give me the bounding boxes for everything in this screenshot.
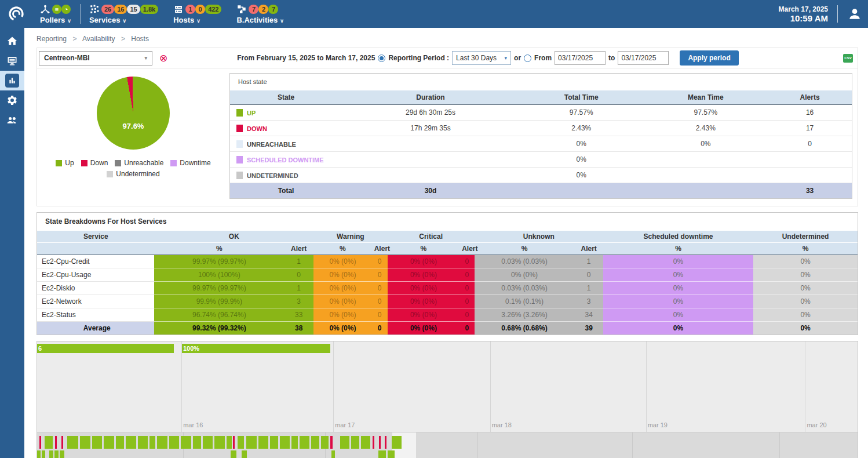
chart-axis-label: mar 18 [492, 421, 512, 428]
host-state-pie-chart: 97.6% [97, 77, 170, 150]
mean-time-cell: 2.43% [644, 121, 768, 136]
unknown-percent-cell: 3.26% (3.26%) [475, 308, 575, 322]
custom-period-radio[interactable] [524, 54, 531, 62]
gear-icon [6, 94, 18, 106]
menu-bactivities[interactable]: 727 B.Activities∨ [229, 0, 291, 28]
host-state-total-row: Total 30d 33 [230, 183, 852, 199]
critical-alert-cell: 0 [459, 308, 474, 322]
menu-services[interactable]: 2616151.8k Services∨ [82, 0, 166, 28]
chart-axis-label: mar 16 [183, 421, 203, 428]
ok-alert-cell: 0 [284, 268, 313, 282]
menu-hosts[interactable]: 10422 Hosts∨ [166, 0, 229, 28]
alerts-cell: 17 [768, 121, 852, 136]
total-time-cell: 2.43% [519, 121, 644, 136]
from-date-input[interactable] [555, 51, 606, 65]
unknown-alert-cell: 0 [574, 268, 603, 282]
ok-alert-cell: 1 [284, 282, 313, 295]
services-warning-badge[interactable]: 16 [114, 5, 127, 14]
nav-segment [351, 436, 359, 449]
unknown-percent-cell: 0.03% (0.03%) [475, 255, 575, 268]
sidebar-item-home[interactable] [0, 31, 24, 51]
service-name-cell[interactable]: Ec2-Network [37, 295, 154, 308]
sidebar-item-administration[interactable] [0, 110, 24, 130]
chart-gridline [181, 341, 182, 432]
legend-color-square [107, 171, 113, 177]
breadcrumb-item-reporting[interactable]: Reporting [37, 35, 67, 43]
services-critical-badge[interactable]: 26 [101, 5, 114, 14]
centreon-logo[interactable] [0, 0, 32, 28]
nav-segment [246, 436, 257, 449]
host-state-row: SCHEDULED DOWNTIME0% [230, 152, 852, 168]
apply-period-button[interactable]: Apply period [680, 50, 738, 66]
current-time: 10:59 AM [779, 13, 828, 23]
state-cell: UNDETERMINED [230, 168, 342, 183]
from-label: From [534, 54, 552, 62]
sidebar-item-monitoring[interactable] [0, 51, 24, 71]
nav-segment [42, 450, 45, 458]
nav-segment [291, 436, 298, 449]
critical-percent-cell: 0% (0%) [388, 308, 460, 322]
nav-segment [60, 450, 64, 458]
warning-alert-cell: 0 [372, 295, 388, 308]
clear-host-icon[interactable]: ⊗ [159, 53, 167, 63]
services-ok-badge[interactable]: 1.8k [140, 5, 158, 14]
ba-warning-badge[interactable]: 2 [258, 5, 268, 14]
availability-bar[interactable]: 6 [37, 344, 174, 353]
sidebar-item-reporting[interactable] [0, 71, 24, 90]
availability-timeline-chart[interactable]: mar 16mar 17mar 18mar 19mar 206100% [37, 341, 858, 432]
total-time-cell: 97.57% [519, 105, 644, 121]
mean-time-cell: 97.57% [644, 105, 768, 121]
poller-config-badge[interactable]: ≡ [52, 5, 61, 14]
sidebar [0, 28, 24, 458]
centreon-logo-icon [8, 5, 25, 23]
user-icon[interactable] [847, 6, 862, 21]
export-csv-icon[interactable]: CSV [843, 54, 853, 63]
hosts-unreachable-badge[interactable]: 0 [195, 5, 205, 14]
chart-axis-label: mar 19 [648, 421, 668, 428]
nav-segment [385, 436, 386, 449]
sidebar-item-configuration[interactable] [0, 90, 24, 110]
warning-percent-cell: 0% (0%) [313, 282, 372, 295]
critical-alert-cell: 0 [459, 322, 474, 335]
hosts-up-badge[interactable]: 422 [205, 5, 221, 14]
nav-segment [361, 436, 370, 449]
ba-critical-badge[interactable]: 7 [249, 5, 258, 14]
availability-bar[interactable]: 100% [182, 344, 330, 353]
nav-segment [373, 436, 374, 449]
services-unknown-badge[interactable]: 15 [127, 5, 140, 14]
legend-item-up: Up [56, 159, 74, 167]
host-state-pie-section: 97.6% UpDownUnreachableDowntimeUndetermi… [37, 68, 229, 206]
warning-percent-cell: 0% (0%) [313, 308, 372, 322]
or-label: or [514, 54, 521, 62]
service-name-cell[interactable]: Ec2-Cpu-Usage [37, 268, 154, 282]
hosts-down-badge[interactable]: 1 [185, 5, 195, 14]
downtime-percent-cell: 0% [603, 282, 753, 295]
reporting-period-radio[interactable] [378, 54, 385, 62]
poller-latency-badge[interactable]: ◔ [61, 5, 71, 14]
service-name-cell[interactable]: Ec2-Cpu-Credit [37, 255, 154, 268]
state-color-square [236, 172, 243, 179]
timeline-navigator[interactable]: fevmaravrmaijui [37, 432, 858, 458]
breadcrumb-item-availability[interactable]: Availability [82, 35, 115, 43]
breadcrumb-item-hosts[interactable]: Hosts [131, 35, 149, 43]
nav-segment [238, 436, 244, 449]
nav-segment [214, 436, 225, 449]
service-name-cell[interactable]: Ec2-Diskio [37, 282, 154, 295]
nav-segment [203, 436, 213, 449]
nav-segment [54, 450, 59, 458]
chevron-down-icon: ▾ [144, 55, 147, 61]
to-date-input[interactable] [618, 51, 669, 65]
period-select[interactable]: Last 30 Days▾ [452, 51, 511, 65]
monitoring-icon [6, 55, 18, 67]
host-select[interactable]: Centreon-MBI▾ [39, 51, 152, 66]
menu-pollers[interactable]: ≡◔ Pollers∨ [32, 0, 79, 28]
nav-segment [378, 450, 386, 458]
pie-legend: UpDownUnreachableDowntimeUndetermined [46, 159, 220, 178]
nav-segment [330, 436, 333, 449]
chart-gridline [646, 341, 647, 432]
service-name-cell[interactable]: Ec2-Status [37, 308, 154, 322]
ba-ok-badge[interactable]: 7 [268, 5, 278, 14]
nav-segment [300, 436, 309, 449]
state-label: UNDETERMINED [247, 172, 298, 179]
breadcrumb-separator: > [72, 35, 76, 43]
